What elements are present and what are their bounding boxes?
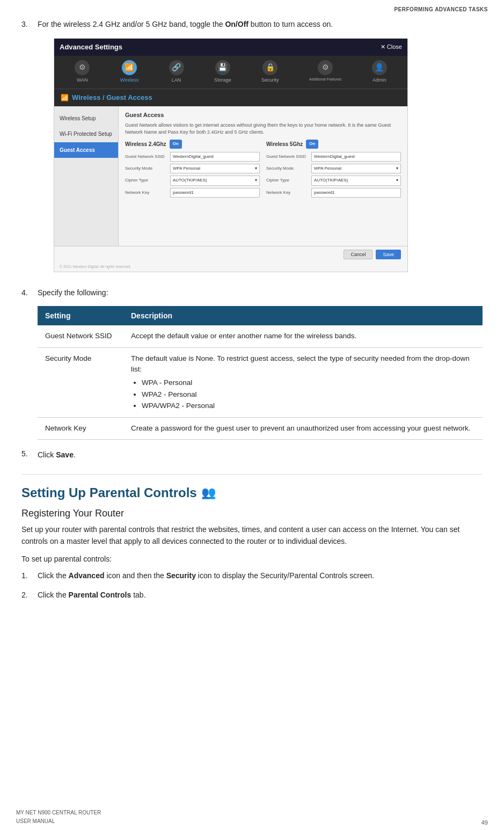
nav-icon-wireless[interactable]: 📶 Wireless xyxy=(120,60,139,84)
step-5-text: Click Save. xyxy=(38,449,483,461)
row2-bullet-list: WPA - Personal WPA2 - Personal WPA/WPA2 … xyxy=(131,377,475,412)
step-5-bold: Save xyxy=(56,450,74,459)
band-5-key-input[interactable]: password1 xyxy=(311,188,401,198)
parental-step-1-number: 1. xyxy=(21,570,38,582)
section-header-title: Wireless / Guest Access xyxy=(72,92,152,103)
sidebar-guest-access[interactable]: Guest Access xyxy=(54,142,118,158)
row1-setting: Guest Network SSID xyxy=(38,325,123,347)
footer-manual: USER MANUAL xyxy=(16,817,101,826)
row2-desc-text: The default value is None. To restrict g… xyxy=(131,354,470,373)
screenshot-main: Wireless Setup Wi-Fi Protected Setup Gue… xyxy=(54,106,407,246)
parental-body2: To set up parental controls: xyxy=(21,553,483,565)
band-24-key-field: Network Key password1 xyxy=(125,188,260,198)
nav-icon-storage-label: Storage xyxy=(214,77,231,84)
parental-step1-mid: icon and then the xyxy=(105,571,166,580)
screenshot-copyright: © 2021 Western Digital. All rights reser… xyxy=(54,263,407,272)
parental-step-2-number: 2. xyxy=(21,589,38,601)
footer-left: MY NET N900 CENTRAL ROUTER USER MANUAL xyxy=(16,809,101,826)
nav-icon-admin[interactable]: 👤 Admin xyxy=(372,60,387,84)
step-4: 4. Specify the following: xyxy=(21,287,483,299)
band-24-ssid-label: Guest Network SSID xyxy=(125,154,168,160)
wireless-icon: 📶 xyxy=(122,60,137,75)
additional-icon: ⚙ xyxy=(318,60,333,75)
parental-step2-before: Click the xyxy=(38,591,69,599)
parental-step1-before: Click the xyxy=(38,571,69,580)
row2-setting: Security Mode xyxy=(38,347,123,417)
band-24-header: Wireless 2.4Ghz On xyxy=(125,140,260,148)
screenshot-body: Guest Access Guest Network allows visito… xyxy=(119,106,407,246)
band-24-cipher-select[interactable]: AUTO(TKIP/AES)▾ xyxy=(170,176,260,185)
parental-step1-bold1: Advanced xyxy=(69,571,105,580)
lan-icon: 🔗 xyxy=(169,60,184,75)
nav-icon-lan[interactable]: 🔗 LAN xyxy=(169,60,184,84)
band-5-security-label: Security Mode xyxy=(266,165,309,172)
step-4-text: Specify the following: xyxy=(38,287,483,299)
band-24-title: Wireless 2.4Ghz xyxy=(125,140,166,149)
screenshot-footer: Cancel Save xyxy=(54,246,407,263)
nav-icon-additional-label: Additional Features xyxy=(309,77,341,83)
row2-description: The default value is None. To restrict g… xyxy=(123,347,483,417)
page-footer: MY NET N900 CENTRAL ROUTER USER MANUAL 4… xyxy=(0,804,504,830)
band-24: Wireless 2.4Ghz On Guest Network SSID We… xyxy=(125,140,260,200)
bands-row: Wireless 2.4Ghz On Guest Network SSID We… xyxy=(125,140,401,200)
guest-access-title: Guest Access xyxy=(125,111,401,120)
settings-table: Setting Description Guest Network SSID A… xyxy=(38,306,483,440)
admin-icon: 👤 xyxy=(372,60,387,75)
band-5-ssid-label: Guest Network SSID xyxy=(266,154,309,160)
parental-step2-bold: Parental Controls xyxy=(69,591,132,599)
band-24-ssid-input[interactable]: WesternDigital_guest xyxy=(170,152,260,162)
step-3-bold: On/Off xyxy=(225,20,249,28)
row3-setting: Network Key xyxy=(38,417,123,439)
guest-access-desc: Guest Network allows visitors to get int… xyxy=(125,122,401,135)
sidebar-wifi-protected[interactable]: Wi-Fi Protected Setup xyxy=(54,126,118,142)
screenshot-cancel-button[interactable]: Cancel xyxy=(344,250,372,259)
section-header: 📶 Wireless / Guest Access xyxy=(54,89,407,106)
band-5-title: Wireless 5Ghz xyxy=(266,140,303,149)
band-24-toggle[interactable]: On xyxy=(170,140,182,148)
parental-step-2-text: Click the Parental Controls tab. xyxy=(38,589,483,601)
nav-icon-security-label: Security xyxy=(261,77,279,84)
screenshot-close-button[interactable]: ✕ Close xyxy=(381,43,402,50)
screenshot-sidebar: Wireless Setup Wi-Fi Protected Setup Gue… xyxy=(54,106,119,246)
nav-icon-additional[interactable]: ⚙ Additional Features xyxy=(309,60,341,84)
row3-description: Create a password for the guest user to … xyxy=(123,417,483,439)
band-5-header: Wireless 5Ghz On xyxy=(266,140,401,148)
band-5-toggle[interactable]: On xyxy=(306,140,318,148)
band-24-security-select[interactable]: WPA Personal▾ xyxy=(170,164,260,173)
screenshot-container: Advanced Settings ✕ Close ⚙ WAN 📶 Wirele… xyxy=(54,38,408,272)
nav-icon-wan[interactable]: ⚙ WAN xyxy=(75,60,90,84)
parental-section-heading: Setting Up Parental Controls 👥 xyxy=(21,485,483,500)
bullet-item: WPA2 - Personal xyxy=(142,389,475,401)
band-5-ssid-input[interactable]: WesternDigital_guest xyxy=(311,152,401,162)
band-5-cipher-label: Cipher Type xyxy=(266,177,309,184)
band-5-key-label: Network Key xyxy=(266,190,309,196)
parental-body1: Set up your router with parental control… xyxy=(21,523,483,548)
step-4-number: 4. xyxy=(21,287,38,299)
step-3: 3. For the wireless 2.4 GHz and/or 5 GHz… xyxy=(21,19,483,280)
band-24-cipher-label: Cipher Type xyxy=(125,177,168,184)
band-24-key-label: Network Key xyxy=(125,190,168,196)
band-5-cipher-field: Cipher Type AUTO(TKIP/AES)▾ xyxy=(266,176,401,185)
row1-description: Accept the default value or enter anothe… xyxy=(123,325,483,347)
band-24-cipher-field: Cipher Type AUTO(TKIP/AES)▾ xyxy=(125,176,260,185)
step-3-number: 3. xyxy=(21,19,38,280)
sidebar-wireless-setup[interactable]: Wireless Setup xyxy=(54,111,118,127)
parental-step-1: 1. Click the Advanced icon and then the … xyxy=(21,570,483,582)
parental-step-1-text: Click the Advanced icon and then the Sec… xyxy=(38,570,483,582)
step-4-specify: Specify the following: xyxy=(38,288,108,297)
parental-step2-after: tab. xyxy=(131,591,145,599)
band-24-key-input[interactable]: password1 xyxy=(170,188,260,198)
screenshot-save-button[interactable]: Save xyxy=(376,250,401,259)
parental-step-2: 2. Click the Parental Controls tab. xyxy=(21,589,483,601)
band-5-cipher-select[interactable]: AUTO(TKIP/AES)▾ xyxy=(311,176,401,185)
nav-icon-storage[interactable]: 💾 Storage xyxy=(214,60,231,84)
step-5-text-before: Click xyxy=(38,450,56,459)
band-5-security-field: Security Mode WPA Personal▾ xyxy=(266,164,401,173)
table-row: Guest Network SSID Accept the default va… xyxy=(38,325,483,347)
parental-step1-after: icon to display the Security/Parental Co… xyxy=(196,571,374,580)
screenshot-titlebar: Advanced Settings ✕ Close xyxy=(54,39,407,56)
nav-icon-security[interactable]: 🔒 Security xyxy=(261,60,279,84)
nav-icons-row: ⚙ WAN 📶 Wireless 🔗 LAN 💾 xyxy=(54,56,407,89)
band-5-security-select[interactable]: WPA Personal▾ xyxy=(311,164,401,173)
section-divider xyxy=(21,474,483,475)
